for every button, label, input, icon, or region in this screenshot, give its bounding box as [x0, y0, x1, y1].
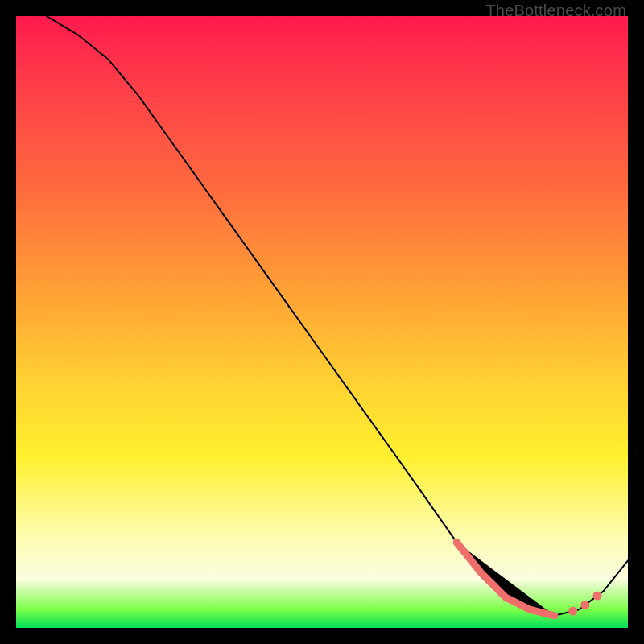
highlight-point [580, 601, 589, 609]
plot-area [16, 16, 628, 628]
marker-layer [456, 543, 601, 616]
curve-line [47, 16, 628, 616]
chart-frame: TheBottleneck.com [0, 0, 644, 644]
highlight-segment [456, 543, 555, 616]
highlight-point [568, 607, 577, 616]
chart-svg [16, 16, 628, 628]
highlight-point [593, 592, 602, 601]
